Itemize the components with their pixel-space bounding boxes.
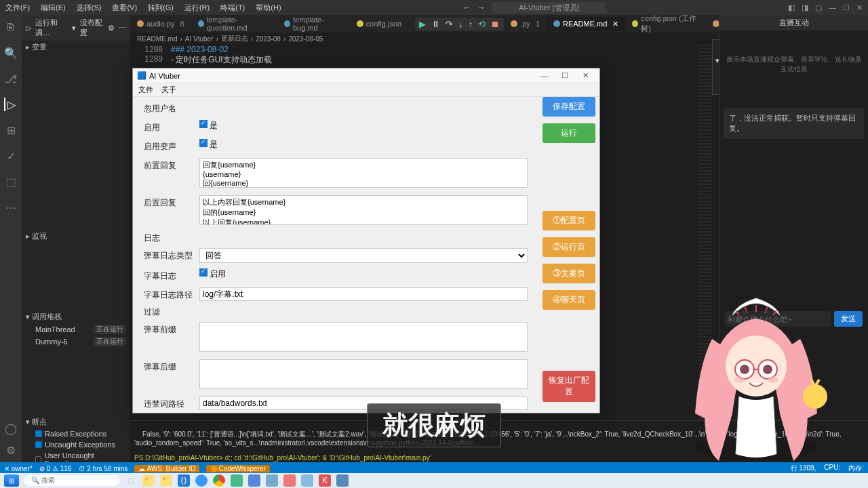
breakpoint-row[interactable]: Raised Exceptions	[22, 428, 130, 439]
watch-section[interactable]: ▸ 监视	[22, 230, 130, 243]
menu-about[interactable]: 关于	[161, 85, 176, 95]
nav-fwd-icon[interactable]: →	[477, 3, 485, 12]
textarea-post-reply[interactable]: 以上内容回复{username} 回的{username} 以上回复{usern…	[199, 195, 528, 225]
run-icon[interactable]: ▷	[26, 24, 31, 33]
variables-section[interactable]: ▸ 变量	[22, 41, 130, 54]
folder-icon[interactable]: 📁	[160, 474, 172, 487]
account-icon[interactable]: ◯	[4, 422, 18, 435]
menu-file[interactable]: 文件	[138, 85, 153, 95]
app-icon[interactable]	[301, 474, 313, 487]
app-icon[interactable]	[266, 474, 278, 487]
checkbox-enable[interactable]	[199, 120, 208, 128]
checkbox-icon[interactable]	[35, 441, 42, 448]
input-sub-path[interactable]	[199, 287, 528, 301]
menu-go[interactable]: 转到(G)	[148, 3, 174, 13]
status-time[interactable]: ⏱ 2 hrs 58 mins	[79, 465, 128, 472]
menu-run[interactable]: 运行(R)	[184, 3, 210, 13]
app-icon[interactable]	[336, 474, 349, 487]
status-branch[interactable]: ✕ owner*	[4, 465, 33, 472]
step-into-icon[interactable]: ↓	[458, 19, 463, 29]
status-problems[interactable]: ⊘ 0 ⚠ 116	[39, 465, 72, 472]
explorer-icon[interactable]: 📁	[142, 474, 155, 487]
menu-view[interactable]: 查看(V)	[112, 3, 137, 13]
app-icon[interactable]: K	[319, 474, 331, 487]
menu-edit[interactable]: 编辑(E)	[41, 3, 66, 13]
layout-icon-3[interactable]: ▢	[815, 3, 822, 12]
status-codewhisperer[interactable]: 🔶CodeWhisperer	[206, 465, 269, 472]
menu-select[interactable]: 选择(S)	[77, 3, 102, 13]
save-config-button[interactable]: 保存配置	[542, 97, 595, 117]
textarea-pre-reply[interactable]: 回复{username} {username} 回{username}	[199, 158, 528, 188]
continue-icon[interactable]: ▶	[419, 19, 426, 29]
taskview-icon[interactable]: ◻	[125, 474, 137, 487]
tab-readme[interactable]: README.md✕	[547, 17, 625, 31]
status-aws[interactable]: ☁ AWS: Builder ID	[134, 465, 199, 472]
checkbox-sublog[interactable]	[199, 268, 208, 277]
run-button[interactable]: 运行	[542, 123, 595, 143]
config-dropdown[interactable]: ▾	[72, 24, 76, 33]
gear-icon[interactable]: ⚙	[108, 24, 115, 33]
page-config-button[interactable]: ①配置页	[542, 211, 595, 230]
maximize-icon[interactable]: ☐	[555, 71, 575, 80]
scm-icon[interactable]: ⎇	[4, 72, 18, 85]
thread-row[interactable]: Dummy-6正在运行	[22, 336, 130, 348]
remote-icon[interactable]: ⬚	[4, 175, 18, 188]
dialog-titlebar[interactable]: 🟦 AI Vtuber — ☐ ✕	[133, 68, 599, 83]
breadcrumb[interactable]: README.md › AI Vtuber › 更新日志 › 2023-08 ›…	[130, 33, 712, 45]
minimize-icon[interactable]: —	[534, 72, 555, 80]
status-line[interactable]: 行 1309,	[791, 464, 816, 473]
test-icon[interactable]: ✓	[4, 149, 18, 163]
tab-py[interactable]: .py1	[504, 17, 547, 30]
taskbar-search[interactable]: 🔍 搜索	[24, 475, 119, 486]
stop-icon[interactable]: ⏹	[491, 19, 500, 29]
thread-row[interactable]: MainThread正在运行	[22, 323, 130, 336]
dialog-content[interactable]: 忽用户名 启用 是 启用变声 是 前置回复回复{username} {usern…	[133, 97, 538, 413]
edge-icon[interactable]	[195, 474, 208, 487]
start-button[interactable]: ⊞	[4, 474, 19, 487]
minimize-icon[interactable]: —	[829, 3, 836, 12]
app-icon[interactable]	[248, 474, 260, 487]
textarea-pre-sub[interactable]	[199, 322, 528, 352]
vscode-icon[interactable]: ⟨⟩	[178, 474, 190, 487]
tab-audio[interactable]: audio.py8	[130, 17, 191, 30]
menu-help[interactable]: 帮助(H)	[256, 3, 281, 13]
textarea-post-sub[interactable]	[199, 359, 528, 389]
tab-template-q[interactable]: template-question.md	[191, 13, 277, 35]
status-cpu[interactable]: CPU:	[824, 464, 840, 473]
app-icon[interactable]	[283, 474, 296, 487]
callstack-section[interactable]: ▾ 调用堆栈	[22, 310, 130, 323]
layout-icon-2[interactable]: ◨	[802, 3, 808, 12]
explorer-icon[interactable]: 🗎	[4, 20, 18, 34]
breakpoints-section[interactable]: ▾ 断点	[22, 415, 130, 428]
search-icon[interactable]: 🔍	[4, 46, 18, 60]
close-icon[interactable]: ✕	[612, 20, 618, 28]
command-center[interactable]: AI-Vtuber [管理员]	[492, 2, 606, 14]
menu-terminal[interactable]: 终端(T)	[220, 3, 245, 13]
maximize-icon[interactable]: ☐	[843, 3, 850, 12]
checkbox-icon[interactable]	[35, 430, 42, 437]
gear-icon[interactable]: ⚙	[4, 443, 18, 457]
debug-icon[interactable]: ▷	[4, 98, 18, 111]
menu-file[interactable]: 文件(F)	[5, 3, 30, 13]
step-over-icon[interactable]: ↷	[446, 19, 453, 29]
nav-back-icon[interactable]: ←	[463, 3, 471, 12]
step-out-icon[interactable]: ↑	[469, 19, 473, 29]
more-icon[interactable]: ⋯	[119, 24, 126, 33]
select-danmu-type[interactable]: 回答	[199, 248, 528, 263]
page-run-button[interactable]: ②运行页	[542, 237, 595, 257]
checkbox-voice[interactable]	[199, 139, 208, 147]
breakpoint-row[interactable]: Uncaught Exceptions	[22, 439, 130, 450]
restart-icon[interactable]: ⟲	[478, 19, 486, 29]
reset-button[interactable]: 恢复出厂配置	[542, 371, 595, 402]
more-icon[interactable]: ⋯	[4, 201, 18, 214]
close-icon[interactable]: ✕	[575, 71, 595, 80]
status-mem[interactable]: 内存:	[848, 464, 864, 473]
pause-icon[interactable]: ⏸	[431, 19, 440, 29]
app-icon[interactable]	[231, 474, 243, 487]
close-icon[interactable]: ✕	[856, 3, 863, 12]
layout-icon[interactable]: ◧	[788, 3, 795, 12]
extensions-icon[interactable]: ⊞	[4, 123, 18, 137]
page-script-button[interactable]: ③文案页	[542, 264, 595, 283]
page-chat-button[interactable]: ④聊天页	[542, 290, 595, 310]
chrome-icon[interactable]	[213, 474, 225, 487]
